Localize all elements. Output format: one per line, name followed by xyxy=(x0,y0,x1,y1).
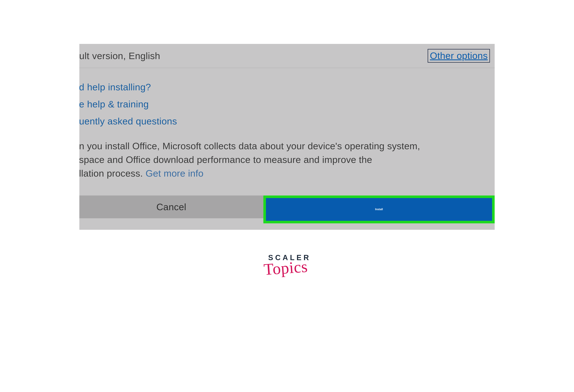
install-dialog: ult version, English Other options d hel… xyxy=(79,44,495,230)
scaler-topics-logo: SCALER Topics xyxy=(262,253,312,277)
install-button[interactable]: Install xyxy=(266,198,492,221)
need-help-link[interactable]: d help installing? xyxy=(79,82,490,93)
body-line-2: space and Office download performance to… xyxy=(79,154,372,165)
header-row: ult version, English Other options xyxy=(79,44,495,68)
body-line-1: n you install Office, Microsoft collects… xyxy=(79,141,420,151)
cancel-button[interactable]: Cancel xyxy=(79,195,263,218)
help-links: d help installing? e help & training uen… xyxy=(79,68,495,127)
other-options-box[interactable]: Other options xyxy=(428,49,490,63)
button-row: Cancel Install xyxy=(79,195,495,223)
other-options-link[interactable]: Other options xyxy=(430,50,488,61)
privacy-text: n you install Office, Microsoft collects… xyxy=(79,133,495,195)
version-label: ult version, English xyxy=(79,50,160,61)
help-training-link[interactable]: e help & training xyxy=(79,99,490,110)
install-highlight: Install xyxy=(263,195,495,223)
body-line-3a: llation process. xyxy=(79,168,145,179)
logo-text-topics: Topics xyxy=(260,257,312,279)
get-more-info-link[interactable]: Get more info xyxy=(145,168,204,179)
faq-link[interactable]: uently asked questions xyxy=(79,116,490,127)
